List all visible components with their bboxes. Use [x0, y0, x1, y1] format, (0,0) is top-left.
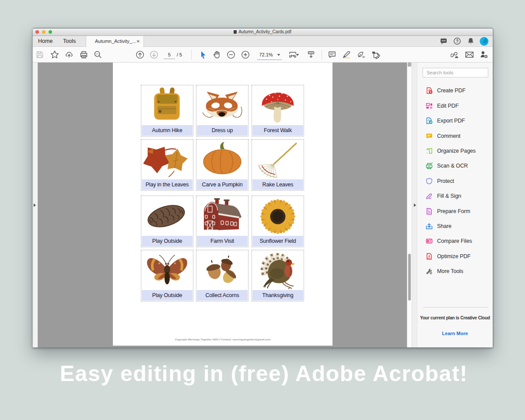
- svg-text:?: ?: [456, 39, 458, 44]
- svg-text:Ab: Ab: [362, 56, 365, 58]
